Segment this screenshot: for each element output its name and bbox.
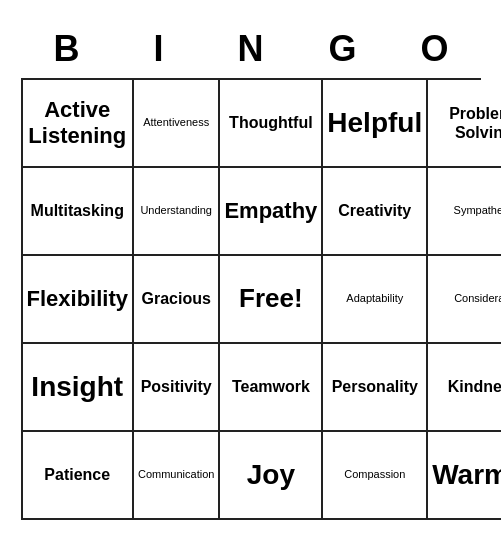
cell-label: Communication xyxy=(138,468,214,481)
bingo-cell: Adaptability xyxy=(323,256,428,344)
bingo-cell: Communication xyxy=(134,432,220,520)
bingo-cell: Gracious xyxy=(134,256,220,344)
cell-label: Joy xyxy=(247,458,295,492)
bingo-cell: Joy xyxy=(220,432,323,520)
cell-label: Compassion xyxy=(344,468,405,481)
bingo-cell: Teamwork xyxy=(220,344,323,432)
bingo-card: BINGO Active ListeningAttentivenessThoug… xyxy=(11,14,491,530)
bingo-cell: Attentiveness xyxy=(134,80,220,168)
cell-label: Problem-Solving xyxy=(432,104,501,142)
cell-label: Adaptability xyxy=(346,292,403,305)
cell-label: Helpful xyxy=(327,106,422,140)
bingo-cell: Considerate xyxy=(428,256,501,344)
cell-label: Free! xyxy=(239,283,303,314)
cell-label: Sympathetic xyxy=(454,204,501,217)
cell-label: Positivity xyxy=(141,377,212,396)
bingo-cell: Sympathetic xyxy=(428,168,501,256)
bingo-cell: Flexibility xyxy=(23,256,134,344)
bingo-cell: Kindness xyxy=(428,344,501,432)
cell-label: Flexibility xyxy=(27,286,128,312)
header-letter: G xyxy=(297,24,389,74)
cell-label: Patience xyxy=(44,465,110,484)
bingo-cell: Patience xyxy=(23,432,134,520)
cell-label: Understanding xyxy=(140,204,212,217)
bingo-cell: Positivity xyxy=(134,344,220,432)
cell-label: Warmth xyxy=(432,458,501,492)
bingo-header: BINGO xyxy=(21,24,481,74)
cell-label: Thoughtful xyxy=(229,113,313,132)
cell-label: Kindness xyxy=(448,377,501,396)
cell-label: Teamwork xyxy=(232,377,310,396)
bingo-cell: Understanding xyxy=(134,168,220,256)
bingo-cell: Insight xyxy=(23,344,134,432)
cell-label: Creativity xyxy=(338,201,411,220)
bingo-cell: Free! xyxy=(220,256,323,344)
header-letter: I xyxy=(113,24,205,74)
bingo-cell: Helpful xyxy=(323,80,428,168)
cell-label: Multitasking xyxy=(31,201,124,220)
bingo-cell: Warmth xyxy=(428,432,501,520)
bingo-cell: Multitasking xyxy=(23,168,134,256)
header-letter: O xyxy=(389,24,481,74)
header-letter: N xyxy=(205,24,297,74)
bingo-cell: Empathy xyxy=(220,168,323,256)
cell-label: Personality xyxy=(332,377,418,396)
bingo-grid: Active ListeningAttentivenessThoughtfulH… xyxy=(21,78,481,520)
cell-label: Considerate xyxy=(454,292,501,305)
bingo-cell: Thoughtful xyxy=(220,80,323,168)
header-letter: B xyxy=(21,24,113,74)
bingo-cell: Creativity xyxy=(323,168,428,256)
bingo-cell: Active Listening xyxy=(23,80,134,168)
cell-label: Empathy xyxy=(224,198,317,224)
cell-label: Active Listening xyxy=(27,97,128,150)
cell-label: Gracious xyxy=(142,289,211,308)
cell-label: Attentiveness xyxy=(143,116,209,129)
bingo-cell: Personality xyxy=(323,344,428,432)
bingo-cell: Problem-Solving xyxy=(428,80,501,168)
bingo-cell: Compassion xyxy=(323,432,428,520)
cell-label: Insight xyxy=(31,370,123,404)
